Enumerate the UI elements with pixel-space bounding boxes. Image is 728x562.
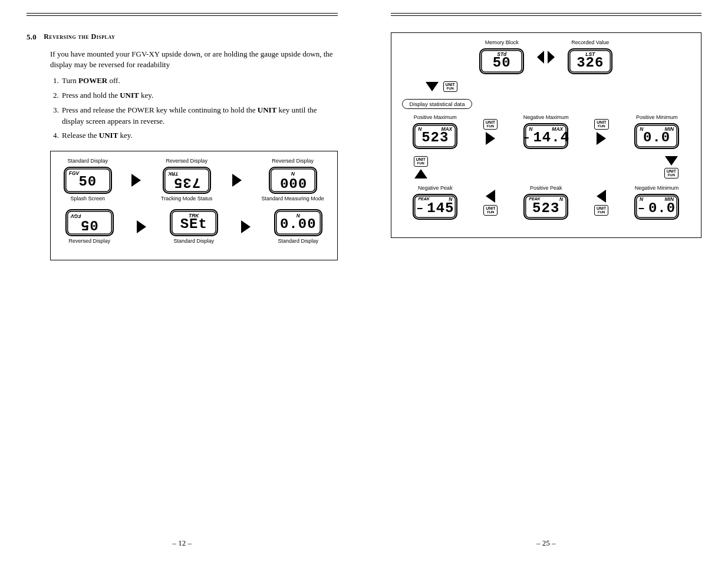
- screen-reversed-fgv: FGV 05 Reversed Display: [65, 209, 114, 244]
- screen-neg-min: Negative Minimum NMIN –0.0: [634, 186, 679, 220]
- arrow-down-icon: [426, 82, 439, 91]
- header-rule: [391, 13, 702, 16]
- screen-standard-n: N 0.00 Standard Display: [274, 209, 322, 244]
- top-screens-row: Memory Block STd 50 Recorded Value LST 3…: [402, 40, 691, 74]
- page-left: 5.0 Reversing the Display If you have mo…: [0, 0, 364, 562]
- screen-reversed-n: Reversed Display N 000 Standard Measurin…: [262, 158, 324, 202]
- arrow-right-icon: [131, 174, 141, 187]
- step-4: Release the UNIT key.: [61, 130, 338, 141]
- arrow-right-icon: [232, 174, 242, 187]
- section-heading: 5.0 Reversing the Display: [27, 32, 338, 42]
- stats-row-1: Positive Maximum NMAX 523 UNITFUN Negati…: [402, 115, 691, 149]
- unit-button-icon: UNITFUN: [483, 205, 498, 216]
- unit-arrow-stack: UNITFUN: [594, 190, 608, 216]
- unit-arrow-stack: UNITFUN: [483, 190, 498, 216]
- screen-pos-max: Positive Maximum NMAX 523: [413, 115, 457, 149]
- intro-paragraph: If you have mounted your FGV-XY upside d…: [50, 49, 338, 70]
- page-right: Memory Block STd 50 Recorded Value LST 3…: [364, 0, 729, 562]
- unit-button-icon: UNITFUN: [664, 168, 678, 178]
- arrow-up-icon: [414, 169, 427, 178]
- screen-memory-block: Memory Block STd 50: [479, 40, 524, 74]
- screen-neg-peak: Negative Peak PEAKN –145: [413, 186, 457, 220]
- arrow-left-icon: [486, 190, 495, 203]
- arrow-right-icon: [137, 220, 146, 233]
- screen-pos-peak: Positive Peak PEAKN 523: [523, 186, 568, 220]
- unit-button-icon: UNIT FUN: [443, 81, 457, 92]
- screen-standard-set: TRK SEt Standard Display: [170, 209, 218, 244]
- stat-label-row: Display statistical data: [402, 99, 691, 109]
- vertical-connectors: UNITFUN UNITFUN: [402, 156, 691, 178]
- display-sequence-diagram: Standard Display FGV 50 Splash Screen Re…: [50, 151, 338, 260]
- arrow-left-icon: [597, 190, 606, 203]
- section-number: 5.0: [27, 32, 37, 42]
- arrow-right-icon: [486, 132, 495, 145]
- screen-neg-max: Negative Maximum NMAX –14.4: [523, 115, 569, 149]
- page-number: – 25 –: [364, 538, 729, 548]
- arrow-down-icon: [665, 156, 678, 166]
- arrow-bidirectional-icon: [537, 51, 555, 64]
- unit-button-icon: UNITFUN: [414, 156, 428, 167]
- arrow-right-icon: [241, 220, 251, 233]
- step-list: Turn POWER off. Press and hold the UNIT …: [61, 75, 338, 141]
- header-rule: [27, 13, 338, 16]
- body-text: If you have mounted your FGV-XY upside d…: [50, 49, 338, 141]
- screen-reversed-trk: Reversed Display TRK 735 Tracking Mode S…: [161, 158, 212, 202]
- screen-recorded-value: Recorded Value LST 326: [568, 40, 612, 74]
- unit-arrow-stack: UNITFUN: [594, 119, 608, 145]
- down-unit-row: UNIT FUN: [426, 81, 691, 92]
- step-2: Press and hold the UNIT key.: [61, 90, 338, 101]
- page-number: – 12 –: [0, 538, 364, 548]
- screen-standard-splash: Standard Display FGV 50 Splash Screen: [64, 158, 112, 202]
- diagram-row-bottom: FGV 05 Reversed Display TRK SEt Standard…: [55, 209, 332, 244]
- section-title: Reversing the Display: [44, 32, 115, 42]
- stats-row-2: Negative Peak PEAKN –145 UNITFUN Positiv…: [402, 186, 691, 220]
- arrow-right-icon: [597, 132, 606, 145]
- screen-pos-min: Positive Minimum NMIN 0.0: [634, 115, 679, 149]
- step-3: Press and release the POWER key while co…: [61, 105, 338, 127]
- step-1: Turn POWER off.: [61, 75, 338, 87]
- stat-label-pill: Display statistical data: [402, 99, 473, 109]
- statistical-data-diagram: Memory Block STd 50 Recorded Value LST 3…: [391, 32, 702, 238]
- unit-button-icon: UNITFUN: [594, 119, 608, 130]
- unit-button-icon: UNITFUN: [483, 119, 498, 130]
- unit-arrow-stack: UNITFUN: [483, 119, 498, 145]
- unit-button-icon: UNITFUN: [594, 205, 608, 216]
- diagram-row-top: Standard Display FGV 50 Splash Screen Re…: [55, 158, 332, 202]
